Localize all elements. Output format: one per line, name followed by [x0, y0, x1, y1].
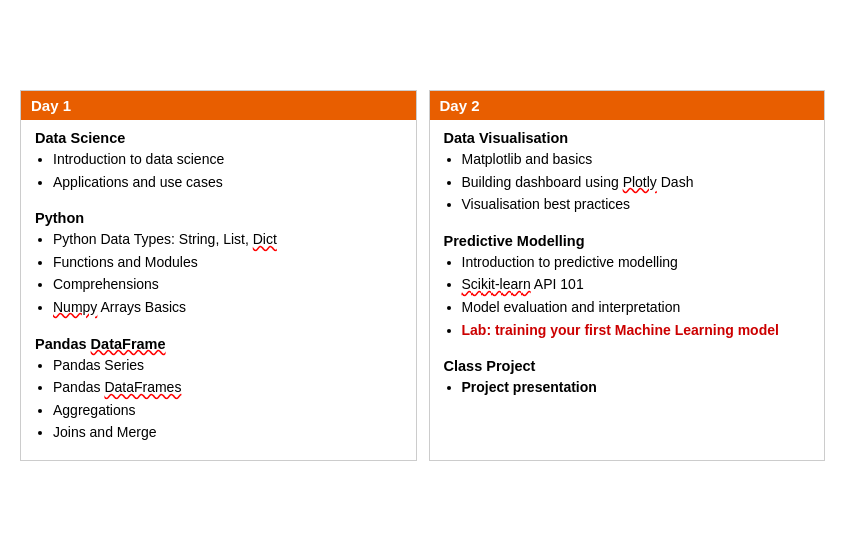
- section-predictive-title: Predictive Modelling: [444, 233, 811, 249]
- lab-text: Lab: training your first Machine Learnin…: [462, 322, 779, 338]
- list-item: Lab: training your first Machine Learnin…: [462, 321, 811, 341]
- list-item: Functions and Modules: [53, 253, 402, 273]
- list-item: Pandas Series: [53, 356, 402, 376]
- underlined-word: DataFrames: [104, 379, 181, 395]
- section-data-science-title: Data Science: [35, 130, 402, 146]
- section-data-science: Data Science Introduction to data scienc…: [35, 130, 402, 192]
- section-data-vis: Data Visualisation Matplotlib and basics…: [444, 130, 811, 215]
- section-python-title: Python: [35, 210, 402, 226]
- section-python: Python Python Data Types: String, List, …: [35, 210, 402, 317]
- list-item: Aggregations: [53, 401, 402, 421]
- day1-content: Data Science Introduction to data scienc…: [21, 120, 416, 460]
- section-pandas-title: Pandas DataFrame: [35, 336, 402, 352]
- day2-column: Day 2 Data Visualisation Matplotlib and …: [429, 90, 826, 461]
- list-item: Building dashboard using Plotly Dash: [462, 173, 811, 193]
- list-item: Model evaluation and interpretation: [462, 298, 811, 318]
- list-item: Project presentation: [462, 378, 811, 398]
- section-data-vis-title: Data Visualisation: [444, 130, 811, 146]
- section-class-project-list: Project presentation: [462, 378, 811, 398]
- list-item: Scikit-learn API 101: [462, 275, 811, 295]
- underlined-word: Plotly: [623, 174, 657, 190]
- list-item: Visualisation best practices: [462, 195, 811, 215]
- list-item: Comprehensions: [53, 275, 402, 295]
- section-data-science-list: Introduction to data science Application…: [53, 150, 402, 192]
- section-predictive: Predictive Modelling Introduction to pre…: [444, 233, 811, 340]
- underlined-word: Scikit-learn: [462, 276, 531, 292]
- list-item: Applications and use cases: [53, 173, 402, 193]
- list-item: Joins and Merge: [53, 423, 402, 443]
- list-item: Pandas DataFrames: [53, 378, 402, 398]
- underlined-word: Numpy: [53, 299, 97, 315]
- list-item: Introduction to data science: [53, 150, 402, 170]
- list-item: Matplotlib and basics: [462, 150, 811, 170]
- day2-content: Data Visualisation Matplotlib and basics…: [430, 120, 825, 415]
- section-class-project-title: Class Project: [444, 358, 811, 374]
- section-class-project: Class Project Project presentation: [444, 358, 811, 398]
- list-item: Python Data Types: String, List, Dict: [53, 230, 402, 250]
- section-python-list: Python Data Types: String, List, Dict Fu…: [53, 230, 402, 317]
- list-item: Numpy Arrays Basics: [53, 298, 402, 318]
- section-data-vis-list: Matplotlib and basics Building dashboard…: [462, 150, 811, 215]
- section-pandas-list: Pandas Series Pandas DataFrames Aggregat…: [53, 356, 402, 443]
- underlined-word: DataFrame: [91, 336, 166, 352]
- day2-header: Day 2: [430, 91, 825, 120]
- day1-header: Day 1: [21, 91, 416, 120]
- day2-title: Day 2: [440, 97, 480, 114]
- underlined-word: Dict: [253, 231, 277, 247]
- main-container: Day 1 Data Science Introduction to data …: [20, 90, 825, 461]
- section-predictive-list: Introduction to predictive modelling Sci…: [462, 253, 811, 340]
- day1-column: Day 1 Data Science Introduction to data …: [20, 90, 417, 461]
- list-item: Introduction to predictive modelling: [462, 253, 811, 273]
- section-pandas: Pandas DataFrame Pandas Series Pandas Da…: [35, 336, 402, 443]
- day1-title: Day 1: [31, 97, 71, 114]
- project-presentation-text: Project presentation: [462, 379, 597, 395]
